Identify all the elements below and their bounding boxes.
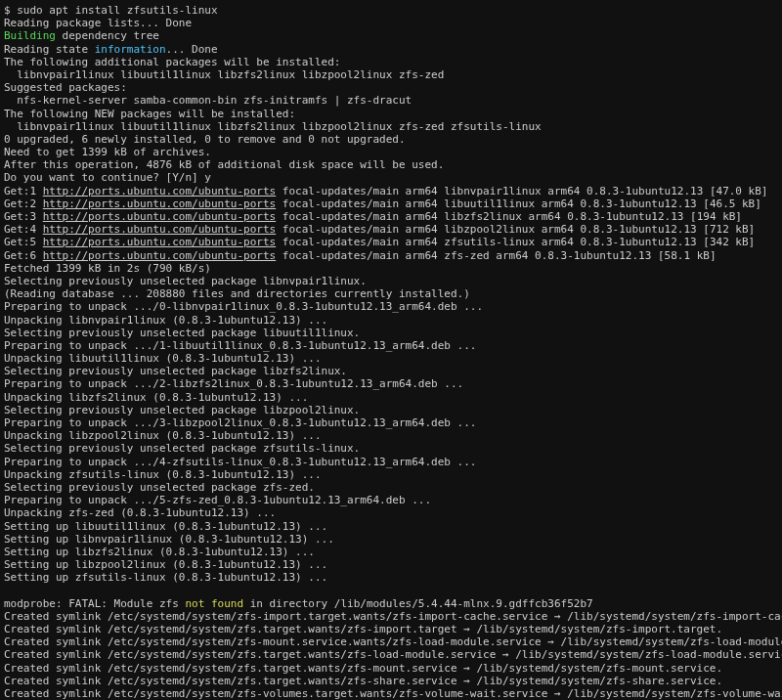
terminal[interactable]: $ sudo apt install zfsutils-linux Readin… bbox=[0, 0, 782, 700]
line: nfs-kernel-server samba-common-bin zfs-i… bbox=[4, 94, 412, 107]
line: Setting up libzfs2linux (0.8.3-1ubuntu12… bbox=[4, 546, 315, 558]
line: Preparing to unpack .../4-zfsutils-linux… bbox=[4, 456, 476, 468]
line: Unpacking libzpool2linux (0.8.3-1ubuntu1… bbox=[4, 429, 322, 442]
line: Created symlink /etc/systemd/system/zfs-… bbox=[4, 687, 782, 700]
line: Preparing to unpack .../0-libnvpair1linu… bbox=[4, 300, 483, 313]
line: Do you want to continue? [Y/n] y bbox=[4, 171, 211, 184]
line: Selecting previously unselected package … bbox=[4, 275, 367, 287]
line: Preparing to unpack .../2-libzfs2linux_0… bbox=[4, 377, 463, 390]
line: Get:1 bbox=[4, 185, 43, 197]
line: Unpacking zfs-zed (0.8.3-1ubuntu12.13) .… bbox=[4, 506, 276, 519]
line: in directory /lib/modules/5.4.44-mlnx.9.… bbox=[243, 597, 593, 610]
line: modprobe: FATAL: Module zfs bbox=[4, 597, 185, 610]
line: Get:3 bbox=[4, 210, 43, 223]
line: Get:5 bbox=[4, 236, 43, 248]
line: Unpacking libuutil1linux (0.8.3-1ubuntu1… bbox=[4, 352, 322, 365]
url: http://ports.ubuntu.com/ubuntu-ports bbox=[43, 249, 276, 262]
line: Setting up zfsutils-linux (0.8.3-1ubuntu… bbox=[4, 571, 327, 584]
line: Get:4 bbox=[4, 223, 43, 236]
line: Suggested packages: bbox=[4, 81, 127, 94]
line: Unpacking libzfs2linux (0.8.3-1ubuntu12.… bbox=[4, 391, 308, 404]
line: The following additional packages will b… bbox=[4, 56, 340, 68]
line: Get:6 bbox=[4, 249, 43, 262]
line: focal-updates/main arm64 zfsutils-linux … bbox=[276, 236, 755, 248]
line: libnvpair1linux libuutil1linux libzfs2li… bbox=[4, 68, 444, 81]
line: Created symlink /etc/systemd/system/zfs-… bbox=[4, 635, 782, 648]
url: http://ports.ubuntu.com/ubuntu-ports bbox=[43, 236, 276, 248]
line: Get:2 bbox=[4, 197, 43, 210]
url: http://ports.ubuntu.com/ubuntu-ports bbox=[43, 210, 276, 223]
line: Setting up libuutil1linux (0.8.3-1ubuntu… bbox=[4, 520, 327, 533]
line: not found bbox=[185, 597, 243, 610]
line: focal-updates/main arm64 libnvpair1linux… bbox=[276, 185, 767, 197]
line: focal-updates/main arm64 libzfs2linux ar… bbox=[276, 210, 742, 223]
line: Need to get 1399 kB of archives. bbox=[4, 146, 211, 158]
line: Created symlink /etc/systemd/system/zfs-… bbox=[4, 610, 782, 623]
line: Setting up libzpool2linux (0.8.3-1ubuntu… bbox=[4, 558, 327, 571]
prompt: $ bbox=[4, 4, 11, 17]
line: Created symlink /etc/systemd/system/zfs.… bbox=[4, 675, 722, 687]
line: (Reading database ... 208880 files and d… bbox=[4, 287, 470, 300]
line: Unpacking libnvpair1linux (0.8.3-1ubuntu… bbox=[4, 314, 327, 327]
line: 0 upgraded, 6 newly installed, 0 to remo… bbox=[4, 133, 406, 146]
url: http://ports.ubuntu.com/ubuntu-ports bbox=[43, 197, 276, 210]
line: Unpacking zfsutils-linux (0.8.3-1ubuntu1… bbox=[4, 468, 322, 481]
line: focal-updates/main arm64 libuutil1linux … bbox=[276, 197, 761, 210]
line: ... Done bbox=[166, 43, 218, 56]
line: libnvpair1linux libuutil1linux libzfs2li… bbox=[4, 120, 542, 133]
command: sudo apt install zfsutils-linux bbox=[17, 4, 217, 17]
line: Selecting previously unselected package … bbox=[4, 327, 360, 339]
line: focal-updates/main arm64 libzpool2linux … bbox=[276, 223, 755, 236]
line: Setting up libnvpair1linux (0.8.3-1ubunt… bbox=[4, 533, 334, 546]
url: http://ports.ubuntu.com/ubuntu-ports bbox=[43, 223, 276, 236]
line: Created symlink /etc/systemd/system/zfs.… bbox=[4, 623, 722, 635]
line: Fetched 1399 kB in 2s (790 kB/s) bbox=[4, 262, 211, 275]
line: Selecting previously unselected package … bbox=[4, 404, 360, 416]
line: dependency tree bbox=[56, 29, 159, 42]
line: Selecting previously unselected package … bbox=[4, 442, 360, 455]
line: The following NEW packages will be insta… bbox=[4, 108, 295, 120]
line: Selecting previously unselected package … bbox=[4, 365, 347, 377]
line: Selecting previously unselected package … bbox=[4, 481, 315, 494]
line: Reading state bbox=[4, 43, 95, 56]
line: Preparing to unpack .../3-libzpool2linux… bbox=[4, 416, 476, 429]
line: Created symlink /etc/systemd/system/zfs.… bbox=[4, 648, 782, 661]
line: focal-updates/main arm64 zfs-zed arm64 0… bbox=[276, 249, 716, 262]
line: Reading package lists... Done bbox=[4, 17, 192, 29]
line: Created symlink /etc/systemd/system/zfs.… bbox=[4, 662, 722, 675]
line: information bbox=[95, 43, 166, 56]
line: Preparing to unpack .../1-libuutil1linux… bbox=[4, 339, 476, 352]
url: http://ports.ubuntu.com/ubuntu-ports bbox=[43, 185, 276, 197]
line: Building bbox=[4, 29, 56, 42]
line: Preparing to unpack .../5-zfs-zed_0.8.3-… bbox=[4, 494, 431, 506]
line: After this operation, 4876 kB of additio… bbox=[4, 158, 444, 171]
